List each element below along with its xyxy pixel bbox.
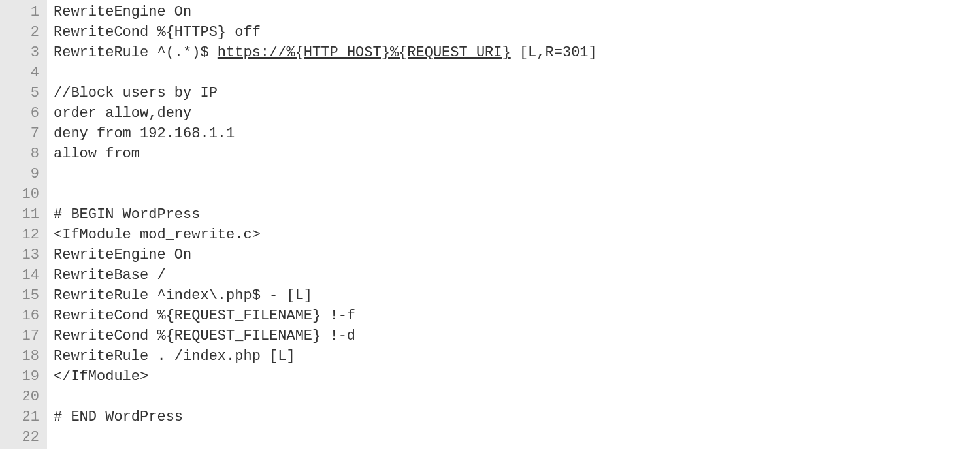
code-text-segment: allow from bbox=[54, 146, 140, 162]
line-number: 20 bbox=[5, 387, 39, 407]
line-number: 11 bbox=[5, 204, 39, 225]
line-number: 12 bbox=[5, 225, 39, 245]
line-number: 5 bbox=[5, 83, 39, 103]
code-line[interactable]: RewriteEngine On bbox=[54, 2, 597, 22]
line-number: 9 bbox=[5, 164, 39, 184]
code-text-segment: //Block users by IP bbox=[54, 85, 218, 101]
code-line[interactable]: RewriteRule . /index.php [L] bbox=[54, 346, 597, 366]
code-line[interactable]: RewriteBase / bbox=[54, 265, 597, 285]
line-number: 7 bbox=[5, 123, 39, 144]
code-text-segment: # END WordPress bbox=[54, 409, 183, 425]
code-line[interactable]: //Block users by IP bbox=[54, 83, 597, 103]
code-text-segment: RewriteEngine On bbox=[54, 247, 191, 263]
line-number: 19 bbox=[5, 366, 39, 387]
code-line[interactable] bbox=[54, 184, 597, 204]
code-line[interactable]: <IfModule mod_rewrite.c> bbox=[54, 225, 597, 245]
code-text-segment: RewriteCond %{HTTPS} off bbox=[54, 24, 261, 40]
line-number: 14 bbox=[5, 265, 39, 285]
code-line[interactable] bbox=[54, 387, 597, 407]
code-line[interactable]: RewriteCond %{REQUEST_FILENAME} !-f bbox=[54, 306, 597, 326]
code-line[interactable]: RewriteRule ^(.*)$ https://%{HTTP_HOST}%… bbox=[54, 42, 597, 63]
code-text-segment: # BEGIN WordPress bbox=[54, 206, 200, 223]
code-text-segment: RewriteBase / bbox=[54, 267, 166, 283]
line-number: 2 bbox=[5, 22, 39, 42]
line-number: 6 bbox=[5, 103, 39, 123]
code-line[interactable]: allow from bbox=[54, 144, 597, 164]
code-line[interactable]: RewriteCond %{HTTPS} off bbox=[54, 22, 597, 42]
code-line[interactable]: order allow,deny bbox=[54, 103, 597, 123]
code-line[interactable]: </IfModule> bbox=[54, 366, 597, 387]
line-number: 10 bbox=[5, 184, 39, 204]
line-number: 21 bbox=[5, 407, 39, 427]
line-number: 22 bbox=[5, 427, 39, 447]
code-text-segment: deny from 192.168.1.1 bbox=[54, 125, 235, 142]
code-text-segment: [L,R=301] bbox=[511, 44, 597, 61]
code-line[interactable] bbox=[54, 63, 597, 83]
code-link-segment: https://%{HTTP_HOST}%{REQUEST_URI} bbox=[218, 44, 511, 61]
line-number: 4 bbox=[5, 63, 39, 83]
code-line[interactable]: RewriteEngine On bbox=[54, 245, 597, 265]
code-text-segment: RewriteRule . /index.php [L] bbox=[54, 348, 295, 364]
line-number: 17 bbox=[5, 326, 39, 346]
line-number: 16 bbox=[5, 306, 39, 326]
code-text-segment: RewriteRule ^(.*)$ bbox=[54, 44, 218, 61]
code-text-segment: <IfModule mod_rewrite.c> bbox=[54, 227, 261, 243]
code-line[interactable] bbox=[54, 164, 597, 184]
code-text-segment: RewriteRule ^index\.php$ - [L] bbox=[54, 287, 312, 304]
code-text-segment: </IfModule> bbox=[54, 368, 148, 385]
code-line[interactable] bbox=[54, 427, 597, 447]
line-number: 3 bbox=[5, 42, 39, 63]
line-number: 15 bbox=[5, 285, 39, 306]
code-text-segment: RewriteCond %{REQUEST_FILENAME} !-d bbox=[54, 328, 355, 344]
code-text-segment: order allow,deny bbox=[54, 105, 191, 121]
line-number: 18 bbox=[5, 346, 39, 366]
code-line[interactable]: # END WordPress bbox=[54, 407, 597, 427]
code-editor: 12345678910111213141516171819202122 Rewr… bbox=[0, 0, 980, 449]
code-line[interactable]: deny from 192.168.1.1 bbox=[54, 123, 597, 144]
code-text-segment: RewriteEngine On bbox=[54, 4, 191, 20]
code-text-segment: RewriteCond %{REQUEST_FILENAME} !-f bbox=[54, 308, 355, 324]
line-number: 13 bbox=[5, 245, 39, 265]
code-line[interactable]: RewriteCond %{REQUEST_FILENAME} !-d bbox=[54, 326, 597, 346]
code-line[interactable]: RewriteRule ^index\.php$ - [L] bbox=[54, 285, 597, 306]
line-number-gutter: 12345678910111213141516171819202122 bbox=[0, 0, 47, 449]
code-area[interactable]: RewriteEngine OnRewriteCond %{HTTPS} off… bbox=[47, 0, 597, 449]
code-line[interactable]: # BEGIN WordPress bbox=[54, 204, 597, 225]
line-number: 1 bbox=[5, 2, 39, 22]
line-number: 8 bbox=[5, 144, 39, 164]
